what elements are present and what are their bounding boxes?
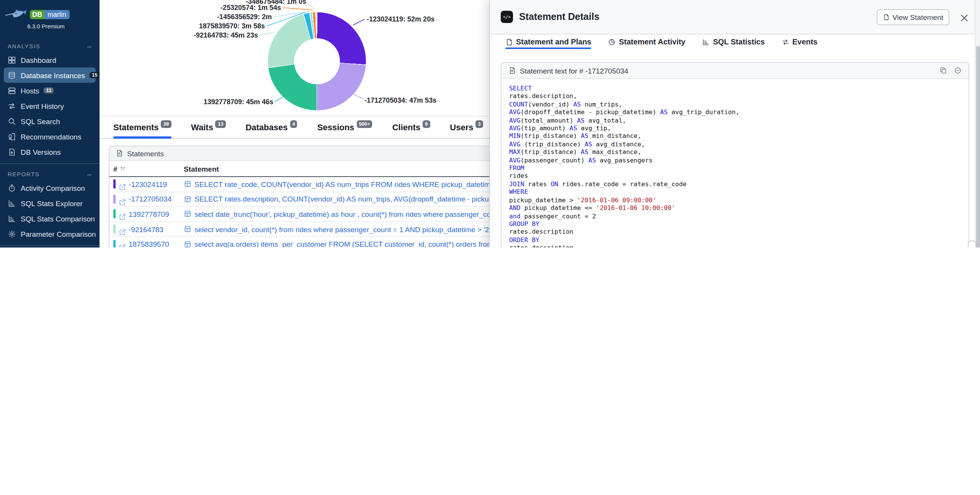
statement-id-link[interactable]: 1392778709 [129, 210, 184, 218]
doc-icon [505, 38, 513, 46]
sidebar-item-recommendations[interactable]: Recommendations [4, 129, 96, 144]
donut-label: -1712705034: 47m 53s [364, 97, 436, 104]
sidebar-item-db-versions[interactable]: DB Versions [4, 144, 96, 159]
statement-text-card: Statement text for # -1712705034 SELECT … [501, 62, 969, 248]
sidebar-section-reports: REPORTS– [0, 168, 100, 180]
panel-tab-events[interactable]: Events [782, 38, 818, 49]
statement-sql-link[interactable]: select date_trunc('hour', pickup_datetim… [194, 210, 530, 218]
scrollbar-thumb[interactable] [976, 46, 980, 248]
external-link-icon[interactable] [119, 210, 126, 218]
sidebar-item-dashboard[interactable]: Dashboard [4, 52, 96, 67]
search-icon [8, 117, 16, 125]
count-badge: 15 [90, 72, 100, 79]
tab-statements[interactable]: Statements39 [113, 116, 171, 138]
certificate-icon [8, 132, 16, 141]
donut-label: -348675484: 1m 0s [246, 0, 306, 5]
sidebar-item-sql-search[interactable]: SQL Search [4, 113, 96, 129]
tab-count-badge: 39 [161, 121, 171, 128]
table-icon [184, 225, 191, 233]
app-version: 6.3.0 Premium [21, 23, 70, 30]
table-icon [184, 195, 191, 203]
logo-marlin-badge: marlin [44, 10, 69, 19]
sidebar-divider [0, 163, 100, 164]
tab-clients[interactable]: Clients9 [392, 116, 430, 138]
external-link-icon[interactable] [119, 240, 126, 248]
statement-color-chip [113, 225, 116, 234]
tab-users[interactable]: Users3 [450, 116, 483, 138]
tab-count-badge: 3 [475, 121, 483, 128]
collapse-section-icon[interactable]: – [87, 42, 92, 50]
sidebar-item-sql-stats-explorer[interactable]: SQL Stats Explorer [4, 195, 96, 211]
statement-color-chip [113, 180, 116, 189]
external-link-icon[interactable] [119, 225, 126, 233]
chart-icon [8, 214, 16, 223]
pie-icon [608, 38, 616, 46]
close-icon[interactable] [959, 12, 969, 22]
donut-label: 1875839570: 3m 58s [199, 22, 265, 30]
gear-icon [8, 229, 16, 238]
donut-label: -123024119: 52m 20s [367, 15, 434, 23]
statement-details-panel: </> Statement Details View Statement Sta… [489, 0, 980, 248]
statement-sql-link[interactable]: SELECT rates.description, COUNT(vendor_i… [194, 195, 539, 203]
chart-icon [8, 199, 16, 207]
sidebar-item-hosts[interactable]: Hosts11 [4, 83, 96, 98]
column-id[interactable]: # [113, 164, 184, 173]
sidebar-item-parameter-comparison[interactable]: Parameter Comparison [4, 226, 96, 241]
sidebar-item-database-instances[interactable]: Database Instances15 [4, 67, 96, 83]
statement-id-link[interactable]: 1875839570 [129, 240, 184, 248]
panel-tab-statement-activity[interactable]: Statement Activity [608, 38, 686, 49]
dbmarlin-app: DBmarlin 6.3.0 Premium ANALYSIS–Dashboar… [0, 0, 980, 248]
tab-count-badge: 9 [423, 121, 430, 128]
swap-icon [8, 102, 16, 110]
statement-color-chip [113, 239, 116, 248]
sidebar-nav: ANALYSIS–DashboardDatabase Instances15Ho… [0, 40, 100, 248]
logo-db-badge: DB [30, 10, 44, 19]
document-icon [882, 13, 889, 20]
panel-scrollbar[interactable] [975, 0, 980, 248]
donut-label: -92164783: 45m 23s [194, 31, 258, 39]
chart-icon [702, 38, 710, 46]
statement-text-title: Statement text for # -1712705034 [520, 66, 628, 75]
sidebar-item-sql-stats-comparison[interactable]: SQL Stats Comparison [4, 211, 96, 226]
sidebar-item-activity-comparison[interactable]: Activity Comparison [4, 180, 96, 195]
panel-header: </> Statement Details View Statement [490, 0, 980, 34]
count-badge: 11 [44, 87, 54, 94]
sidebar-section-analysis: ANALYSIS– [0, 40, 100, 52]
tab-count-badge: 500+ [356, 121, 372, 128]
sort-asc-icon [120, 165, 127, 172]
copy-icon[interactable] [939, 67, 947, 74]
panel-tab-statement-and-plans[interactable]: Statement and Plans [505, 38, 591, 49]
view-statement-button[interactable]: View Statement [876, 9, 949, 25]
doc-down-icon [8, 148, 16, 156]
table-icon [184, 180, 191, 188]
scroll-icon [508, 67, 516, 74]
statements-card-title: Statements [127, 149, 164, 157]
tab-waits[interactable]: Waits13 [191, 116, 225, 138]
server-icon [8, 86, 16, 95]
statement-id-link[interactable]: -92164783 [129, 225, 184, 233]
sidebar-item-event-history[interactable]: Event History [4, 98, 96, 113]
statement-id-link[interactable]: -123024119 [129, 180, 184, 188]
sidebar-divider [0, 245, 100, 246]
sidebar: DBmarlin 6.3.0 Premium ANALYSIS–Dashboar… [0, 0, 100, 248]
panel-title: Statement Details [519, 11, 599, 22]
tab-count-badge: 13 [216, 121, 225, 128]
table-icon [184, 210, 191, 218]
tab-count-badge: 4 [290, 121, 297, 128]
panel-tab-sql-statistics[interactable]: SQL Statistics [702, 38, 764, 49]
external-link-icon[interactable] [119, 180, 126, 188]
collapse-section-icon[interactable]: – [87, 170, 92, 178]
statement-color-chip [113, 210, 116, 219]
panel-collapse-handle[interactable] [968, 241, 976, 248]
statement-sql-link[interactable]: select vendor_id, count(*) from rides wh… [194, 225, 532, 233]
tab-databases[interactable]: Databases4 [245, 116, 297, 138]
column-statement[interactable]: Statement [184, 164, 219, 173]
tab-sessions[interactable]: Sessions500+ [317, 116, 372, 138]
logo: DBmarlin [0, 0, 100, 21]
statement-id-link[interactable]: -1712705034 [129, 195, 184, 203]
collapse-circle-icon[interactable] [954, 67, 962, 74]
scroll-icon [116, 149, 123, 157]
external-link-icon[interactable] [119, 195, 126, 203]
statement-sql-link[interactable]: select avg(a.orders) items_per_customer … [194, 240, 539, 248]
stopwatch-icon [8, 184, 16, 192]
